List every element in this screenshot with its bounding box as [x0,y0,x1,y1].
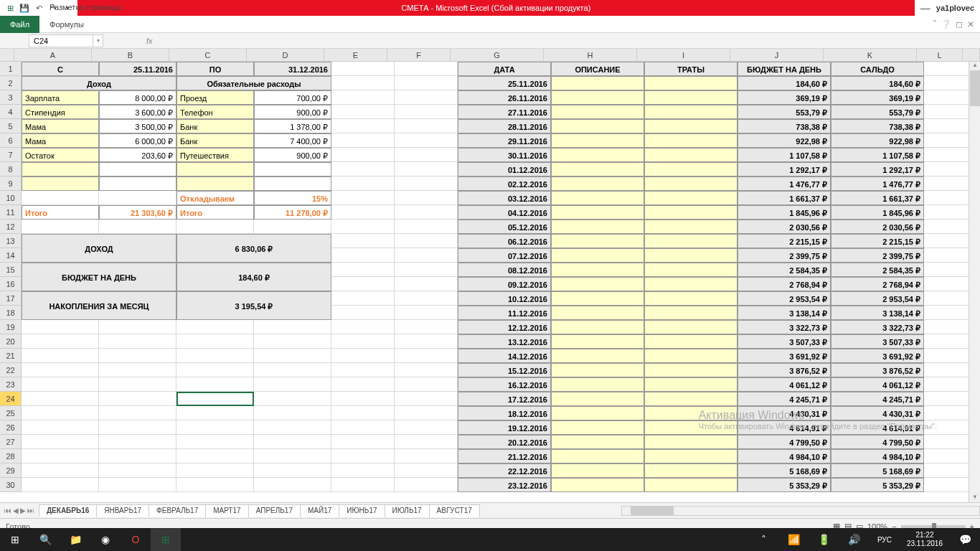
sheet-tab-ИЮЛЬ17[interactable]: ИЮЛЬ17 [385,504,430,517]
inc-empty[interactable] [22,176,99,191]
cell[interactable] [395,248,458,263]
expense-val-3[interactable]: 7 400,00 ₽ [254,133,331,148]
spend-4[interactable] [644,133,738,148]
spend-8[interactable] [644,191,738,205]
desc-22[interactable] [551,392,644,406]
desc-24[interactable] [551,420,644,435]
date-2[interactable]: 27.11.2016 [458,105,551,119]
row-header-10[interactable]: 10 [0,191,22,205]
spend-20[interactable] [644,363,738,377]
vertical-scrollbar[interactable]: ▲ ▼ [969,62,980,502]
row-header-6[interactable]: 6 [0,133,22,148]
search-icon[interactable]: 🔍 [30,528,60,551]
spend-24[interactable] [644,420,738,435]
cell[interactable] [924,392,970,406]
row-header-14[interactable]: 14 [0,248,22,263]
date-21[interactable]: 16.12.2016 [458,377,551,392]
spend-21[interactable] [644,377,738,392]
sheet-nav-next-icon[interactable]: ▶ [20,507,26,514]
cell[interactable] [331,291,395,306]
row-header-3[interactable]: 3 [0,90,22,105]
date-26[interactable]: 21.12.2016 [458,449,551,463]
cell[interactable] [924,306,970,320]
cell[interactable] [924,220,970,234]
cell[interactable] [924,234,970,248]
row-header-28[interactable]: 28 [0,449,22,463]
row-header-9[interactable]: 9 [0,176,22,191]
spend-18[interactable] [644,334,738,349]
col-header-C[interactable]: C [169,49,247,62]
cell[interactable] [924,62,970,76]
income-val-4[interactable]: 203,60 ₽ [99,148,176,162]
desc-0[interactable] [551,76,644,90]
expense-val-4[interactable]: 900,00 ₽ [254,148,331,162]
spend-3[interactable] [644,119,738,133]
cell[interactable] [924,320,970,334]
cell[interactable] [924,349,970,363]
cell[interactable] [395,105,458,119]
taskbar-clock[interactable]: 21:2223.11.2016 [900,531,950,548]
cell[interactable] [924,248,970,263]
cell[interactable] [395,176,458,191]
cell[interactable] [395,162,458,176]
desc-10[interactable] [551,220,644,234]
cell[interactable] [924,406,970,420]
cell[interactable] [395,220,458,234]
tray-battery-icon[interactable]: 🔋 [809,528,839,551]
cell[interactable] [331,90,395,105]
sheet-tab-МАЙ17[interactable]: МАЙ17 [300,504,339,517]
row-header-15[interactable]: 15 [0,263,22,277]
desc-6[interactable] [551,162,644,176]
row-header-7[interactable]: 7 [0,148,22,162]
cell[interactable] [924,176,970,191]
minimize-icon[interactable]: — [920,2,930,14]
cell[interactable] [395,406,458,420]
cell[interactable] [395,133,458,148]
desc-23[interactable] [551,406,644,420]
desc-2[interactable] [551,105,644,119]
row-header-5[interactable]: 5 [0,119,22,133]
select-all-corner[interactable] [0,49,14,62]
desc-15[interactable] [551,291,644,306]
spend-1[interactable] [644,90,738,105]
spend-12[interactable] [644,248,738,263]
col-header-D[interactable]: D [247,49,324,62]
row-header-30[interactable]: 30 [0,478,22,492]
cell[interactable] [395,449,458,463]
formula-input[interactable] [156,34,977,47]
desc-17[interactable] [551,320,644,334]
scroll-up-icon[interactable]: ▲ [970,62,980,70]
cell[interactable] [331,62,395,76]
date-6[interactable]: 01.12.2016 [458,162,551,176]
income-val-0[interactable]: 8 000,00 ₽ [99,90,176,105]
expense-val-2[interactable]: 1 378,00 ₽ [254,119,331,133]
desc-8[interactable] [551,191,644,205]
desc-13[interactable] [551,263,644,277]
spend-22[interactable] [644,392,738,406]
cell[interactable] [331,349,395,363]
row-header-24[interactable]: 24 [0,392,22,406]
desc-20[interactable] [551,363,644,377]
spend-5[interactable] [644,148,738,162]
spend-6[interactable] [644,162,738,176]
income-name-2[interactable]: Мама [22,119,99,133]
cell[interactable] [395,148,458,162]
tray-up-icon[interactable]: ˄ [749,528,779,551]
spend-19[interactable] [644,349,738,363]
row-header-11[interactable]: 11 [0,205,22,220]
cell[interactable] [331,119,395,133]
sheet-nav-prev-icon[interactable]: ◀ [13,507,19,514]
expense-name-2[interactable]: Банк [176,119,254,133]
tab-Формулы[interactable]: Формулы [39,16,131,33]
cell[interactable] [395,377,458,392]
cell[interactable] [395,435,458,449]
col-header-G[interactable]: G [451,49,544,62]
row-header-20[interactable]: 20 [0,334,22,349]
row-header-1[interactable]: 1 [0,62,22,76]
tab-Разметка страницы[interactable]: Разметка страницы [39,0,131,16]
date-10[interactable]: 05.12.2016 [458,220,551,234]
cell[interactable] [924,148,970,162]
cell[interactable] [331,420,395,435]
opera-icon[interactable]: O [121,528,151,551]
cell[interactable] [395,90,458,105]
